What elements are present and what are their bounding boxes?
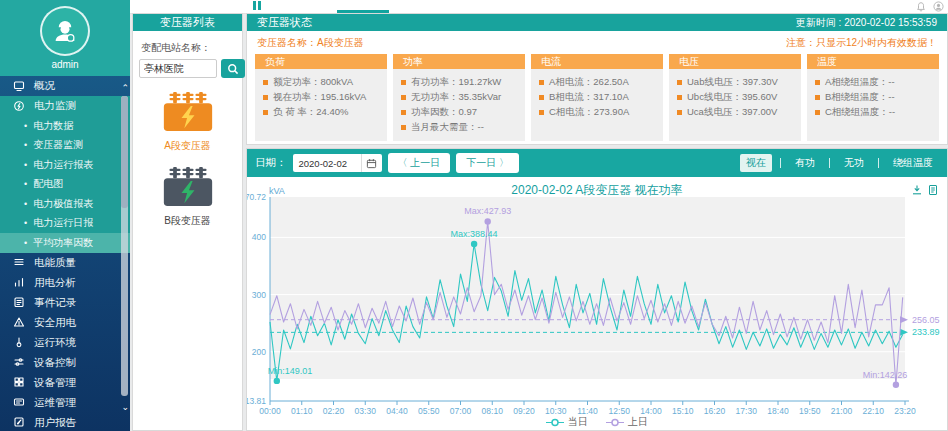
legend-item-2[interactable]: 上日: [606, 415, 648, 429]
sidebar-item-safe-power[interactable]: 安全用电: [0, 313, 130, 333]
bullet-square-icon: [815, 110, 820, 115]
date-input[interactable]: 2020-02-02: [293, 154, 361, 172]
status-cards: 负荷额定功率：800kVA视在功率：195.16kVA负 荷 率：24.40%功…: [247, 53, 947, 142]
sidebar-item-usage-analysis[interactable]: 用电分析: [0, 273, 130, 293]
sidebar-menu: 概况电力监测•电力数据•变压器监测•电力运行报表•配电图•电力极值报表•电力运行…: [0, 76, 130, 431]
monitor-icon: [13, 80, 25, 92]
collapse-menu-icon[interactable]: [253, 1, 261, 10]
transformer-list: A段变压器B段变压器: [133, 90, 242, 228]
substation-search-input[interactable]: [139, 59, 217, 78]
sidebar-item-avg-power-factor[interactable]: •平均功率因数: [0, 233, 130, 253]
sidebar-item-ops-management[interactable]: 运维管理: [0, 393, 130, 413]
sidebar-item-power-operation-report[interactable]: •电力运行报表: [0, 155, 130, 175]
analysis-icon: [13, 276, 25, 288]
avatar[interactable]: [40, 6, 90, 56]
svg-text:400: 400: [252, 232, 266, 242]
scrollbar-thumb[interactable]: [121, 96, 128, 208]
sidebar-item-power-monitoring[interactable]: 电力监测: [0, 96, 130, 116]
scroll-down-icon[interactable]: ⌄: [121, 403, 129, 412]
sidebar-item-label: 事件记录: [34, 296, 76, 310]
sidebar-item-label: 概况: [34, 79, 55, 93]
bullet-icon: •: [24, 238, 27, 248]
sidebar-item-label: 电力监测: [34, 99, 76, 113]
metric-button-1[interactable]: 视在: [740, 154, 772, 172]
svg-text:Max:427.93: Max:427.93: [464, 206, 511, 216]
next-day-button[interactable]: 下一日 〉: [456, 153, 519, 173]
download-icon[interactable]: [911, 184, 923, 196]
sidebar-item-label: 电力数据: [33, 119, 73, 133]
bullet-icon: •: [24, 160, 27, 170]
sidebar-item-device-management[interactable]: 设备管理: [0, 373, 130, 393]
sidebar-item-overview[interactable]: 概况: [0, 76, 130, 96]
scroll-up-icon[interactable]: ⌃: [121, 84, 129, 93]
svg-text:Max:388.44: Max:388.44: [451, 229, 498, 239]
sidebar-item-label: 电力极值报表: [33, 197, 93, 211]
metric-button-2[interactable]: 有功: [789, 154, 821, 172]
sidebar-scrollbar[interactable]: [121, 96, 128, 396]
search-button[interactable]: [221, 59, 245, 78]
sidebar-item-event-log[interactable]: 事件记录: [0, 293, 130, 313]
sidebar-item-power-quality[interactable]: 电能质量: [0, 253, 130, 273]
bullet-icon: •: [24, 179, 27, 189]
calendar-icon: [366, 158, 377, 169]
sidebar-item-transformer-monitoring[interactable]: •变压器监测: [0, 136, 130, 156]
separator: [829, 158, 830, 168]
legend-marker-icon: [546, 418, 564, 427]
device-icon: [13, 376, 25, 388]
status-card: 电流A相电流：262.50AB相电流：317.10AC相电流：273.90A: [531, 54, 663, 141]
svg-text:300: 300: [252, 290, 266, 300]
chart-panel: 日期： 2020-02-02 〈 上一日 下一日 〉 视在有功无功绕组温度 20…: [246, 148, 948, 431]
sidebar-item-power-daily-report[interactable]: •电力运行日报: [0, 214, 130, 234]
card-title: 电流: [531, 54, 663, 69]
metric-button-3[interactable]: 无功: [838, 154, 870, 172]
transformer-name-line: 变压器名称：A段变压器: [257, 36, 364, 50]
sidebar-item-label: 电力运行日报: [33, 216, 93, 230]
calendar-button[interactable]: [361, 154, 382, 172]
data-view-icon[interactable]: [927, 184, 939, 196]
chart-region: 2020-02-02 A段变压器 视在功率 kVA 113.8120030040…: [247, 177, 947, 431]
sidebar-item-label: 设备管理: [34, 376, 76, 390]
sidebar-item-power-data[interactable]: •电力数据: [0, 116, 130, 136]
sidebar-item-distribution-diagram[interactable]: •配电图: [0, 175, 130, 195]
status-panel-title: 变压器状态: [257, 14, 312, 31]
status-card: 温度A相绕组温度：--B相绕组温度：--C相绕组温度：--: [807, 54, 939, 141]
transformer-list-panel: 变压器列表 变配电站名称： A段变压器B段变压器: [132, 13, 243, 431]
card-metric: 无功功率：35.35kVar: [401, 90, 517, 105]
transformer-item[interactable]: A段变压器: [133, 90, 242, 153]
card-metric: 额定功率：800kVA: [263, 75, 379, 90]
sidebar-item-operating-environment[interactable]: 运行环境: [0, 333, 130, 353]
bullet-square-icon: [401, 95, 406, 100]
card-metric: Uca线电压：397.00V: [677, 105, 793, 120]
bullet-icon: •: [24, 140, 27, 150]
app: admin 概况电力监测•电力数据•变压器监测•电力运行报表•配电图•电力极值报…: [0, 0, 948, 431]
notice-text: 注意：只显示12小时内有效数据！: [786, 36, 937, 50]
user-avatar-icon[interactable]: [933, 1, 944, 12]
sidebar-item-label: 用户报告: [34, 416, 76, 430]
separator: [780, 158, 781, 168]
sidebar-item-label: 设备控制: [34, 356, 76, 370]
engineer-icon: [50, 16, 80, 46]
metric-button-4[interactable]: 绕组温度: [887, 154, 939, 172]
sidebar-item-user-report[interactable]: 用户报告: [0, 413, 130, 431]
card-metric: 有功功率：191.27kW: [401, 75, 517, 90]
transformer-item[interactable]: B段变压器: [133, 165, 242, 228]
legend-item-1[interactable]: 当日: [546, 415, 588, 429]
transformer-name: A段变压器: [133, 139, 242, 153]
legend-marker-icon: [606, 418, 624, 427]
notification-bell-icon[interactable]: [916, 1, 926, 12]
prev-day-button[interactable]: 〈 上一日: [388, 153, 451, 173]
safety-icon: [13, 316, 25, 328]
sidebar-item-label: 运维管理: [34, 396, 76, 410]
y-axis-unit: kVA: [269, 186, 285, 196]
sidebar-item-power-extreme-report[interactable]: •电力极值报表: [0, 194, 130, 214]
transformer-icon: [162, 90, 214, 133]
bullet-icon: •: [24, 121, 27, 131]
bullet-square-icon: [677, 80, 682, 85]
date-label: 日期：: [255, 156, 287, 170]
sidebar-item-device-control[interactable]: 设备控制: [0, 353, 130, 373]
svg-text:200: 200: [252, 347, 266, 357]
legend-label: 当日: [568, 415, 588, 429]
bullet-square-icon: [401, 110, 406, 115]
bullet-square-icon: [401, 80, 406, 85]
sidebar-item-label: 平均功率因数: [33, 236, 93, 250]
